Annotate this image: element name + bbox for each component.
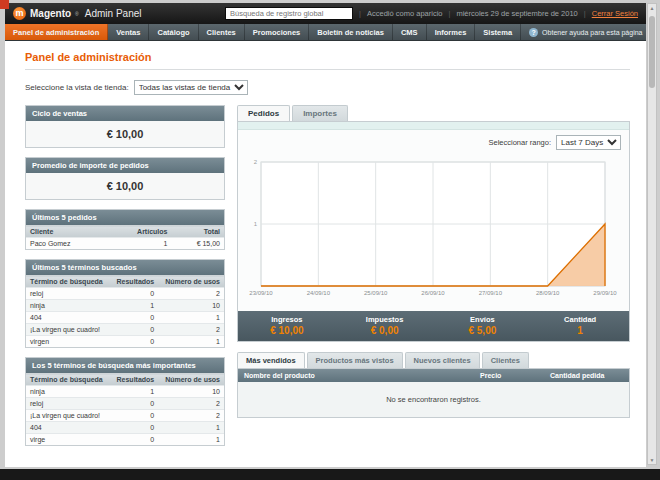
table-cell: ¡La virgen que cuadro! <box>26 410 110 422</box>
content-area: Panel de administración Seleccione la vi… <box>5 41 646 467</box>
admin-window: m Magento ® Admin Panel | Accedió como a… <box>5 3 646 467</box>
scroll-up-icon[interactable]: ▲ <box>648 5 656 11</box>
separator: | <box>448 9 450 18</box>
table-cell: 1 <box>110 386 158 398</box>
table-cell: 0 <box>110 312 158 324</box>
table-cell: 0 <box>110 324 158 336</box>
table-row[interactable]: 40401 <box>26 422 224 434</box>
column-header: Precio <box>474 369 544 382</box>
stat-label: Impuestos <box>336 315 434 324</box>
nav-item-catalogo[interactable]: Catálogo <box>149 24 198 40</box>
orders-area-chart: 23/09/1024/09/1025/09/1026/09/1027/09/10… <box>243 154 621 304</box>
stat-label: Ingresos <box>238 315 336 324</box>
nav-item-boletin-de-noticias[interactable]: Boletín de noticias <box>309 24 393 40</box>
table-cell: 1 <box>158 422 224 434</box>
table-row[interactable]: ¡La virgen que cuadro!02 <box>26 324 224 336</box>
left-column: Ciclo de ventas € 10,00 Promedio de impo… <box>25 105 225 455</box>
nav-list: Panel de administraciónVentasCatálogoCli… <box>5 24 521 40</box>
range-row: Seleccionar rango: Last 7 Days <box>238 130 629 152</box>
page-help[interactable]: ? Obtener ayuda para esta página <box>521 24 650 40</box>
topbar-right: | Accedió como aparicio | miércoles 29 d… <box>225 7 638 20</box>
nav-item-promociones[interactable]: Promociones <box>245 24 310 40</box>
nav-item-ventas[interactable]: Ventas <box>108 24 149 40</box>
chart-tick-label: 23/09/10 <box>249 290 273 296</box>
main-nav: Panel de administraciónVentasCatálogoCli… <box>5 24 646 41</box>
panel-title: Últimos 5 pedidos <box>26 210 224 225</box>
range-select[interactable]: Last 7 Days <box>556 135 621 150</box>
chart-tick-label: 29/09/10 <box>593 290 617 296</box>
table-cell: 1 <box>158 434 224 446</box>
table-cell: 1 <box>107 238 171 250</box>
diagram-box: Seleccionar rango: Last 7 Days 23/09/102… <box>237 121 630 342</box>
separator: | <box>584 9 586 18</box>
table-row[interactable]: reloj02 <box>26 398 224 410</box>
vertical-scrollbar[interactable]: ▲ ▼ <box>647 3 657 465</box>
nav-item-informes[interactable]: Informes <box>427 24 476 40</box>
tab-pedidos[interactable]: Pedidos <box>237 105 290 121</box>
table-cell: reloj <box>26 288 110 300</box>
table-cell: 0 <box>110 410 158 422</box>
tab-clientes[interactable]: Clientes <box>482 352 529 368</box>
panel-title: Promedio de importe de pedidos <box>26 158 224 173</box>
stat-value: € 10,00 <box>238 325 336 336</box>
tab-nuevos-clientes[interactable]: Nuevos clientes <box>405 352 480 368</box>
table-cell: 0 <box>110 398 158 410</box>
magento-logo-icon: m <box>13 7 26 20</box>
stat-value: € 0,00 <box>336 325 434 336</box>
store-view-label: Seleccione la vista de tienda: <box>25 83 129 92</box>
table-cell: 2 <box>158 410 224 422</box>
table-row[interactable]: virgen01 <box>26 336 224 348</box>
logout-link[interactable]: Cerrar Sesión <box>592 9 638 18</box>
table-cell: 2 <box>158 324 224 336</box>
brand-suffix: Admin Panel <box>85 8 142 19</box>
table-row[interactable]: 40401 <box>26 312 224 324</box>
products-table: Nombre del productoPrecioCantidad pedida <box>238 369 629 382</box>
registered-mark: ® <box>75 11 79 17</box>
nav-item-cms[interactable]: CMS <box>393 24 427 40</box>
stat-envios: Envíos€ 5,00 <box>434 315 532 336</box>
table-cell: 1 <box>158 312 224 324</box>
table-cell: ninja <box>26 300 110 312</box>
column-header: Cliente <box>26 226 107 238</box>
scroll-down-icon[interactable]: ▼ <box>648 457 656 463</box>
brand: m Magento ® Admin Panel <box>13 7 142 20</box>
panel-title: Últimos 5 términos buscados <box>26 260 224 275</box>
logged-in-text: Accedió como aparicio <box>367 9 442 18</box>
separator: | <box>359 9 361 18</box>
global-search-input[interactable] <box>225 7 353 20</box>
stat-impuestos: Impuestos€ 0,00 <box>336 315 434 336</box>
column-header: Cantidad pedida <box>544 369 629 382</box>
tab-importes[interactable]: Importes <box>292 105 348 121</box>
chart-tick-label: 25/09/10 <box>364 290 388 296</box>
table-row[interactable]: ninja110 <box>26 300 224 312</box>
table-row[interactable]: reloj02 <box>26 288 224 300</box>
range-label: Seleccionar rango: <box>488 138 551 147</box>
column-header: Número de usos <box>158 276 224 288</box>
table-row[interactable]: ¡La virgen que cuadro!02 <box>26 410 224 422</box>
table-row[interactable]: virge01 <box>26 434 224 446</box>
current-date: miércoles 29 de septiembre de 2010 <box>456 9 577 18</box>
last-search-terms-panel: Últimos 5 términos buscados Término de b… <box>25 259 225 348</box>
nav-item-panel-de-administracion[interactable]: Panel de administración <box>5 24 108 40</box>
help-link[interactable]: Obtener ayuda para esta página <box>542 29 642 36</box>
stat-ingresos: Ingresos€ 10,00 <box>238 315 336 336</box>
last-orders-panel: Últimos 5 pedidos ClienteArtículosTotalP… <box>25 209 225 250</box>
scrollbar-thumb[interactable] <box>649 16 655 88</box>
tab-mas-vendidos[interactable]: Más vendidos <box>237 352 305 368</box>
stat-value: 1 <box>531 325 629 336</box>
table-row[interactable]: ninja110 <box>26 386 224 398</box>
nav-item-clientes[interactable]: Clientes <box>199 24 245 40</box>
nav-item-sistema[interactable]: Sistema <box>475 24 521 40</box>
table-cell: 0 <box>110 336 158 348</box>
table-row[interactable]: Paco Gomez1€ 15,00 <box>26 238 224 250</box>
table-header-row: Nombre del productoPrecioCantidad pedida <box>238 369 629 382</box>
tab-productos-mas-vistos[interactable]: Productos más vistos <box>307 352 403 368</box>
table-cell: Paco Gomez <box>26 238 107 250</box>
table-cell: reloj <box>26 398 110 410</box>
last-search-terms-table: Término de búsquedaResultadosNúmero de u… <box>26 275 224 347</box>
column-header: Total <box>171 226 224 238</box>
store-view-select[interactable]: Todas las vistas de tienda <box>134 80 248 95</box>
products-grid-box: Nombre del productoPrecioCantidad pedida… <box>237 368 630 418</box>
average-orders-value: € 10,00 <box>26 173 224 199</box>
table-cell: 0 <box>110 434 158 446</box>
